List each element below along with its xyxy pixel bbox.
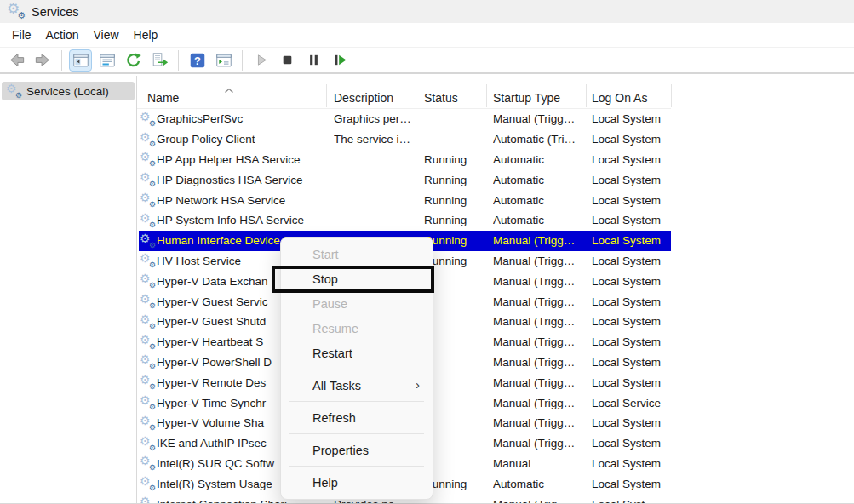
service-log-on-as: Local System [592,129,670,150]
pause-service-icon[interactable] [302,49,325,72]
stop-annotation-rectangle [272,266,434,293]
table-row[interactable]: Hyper-V Data Exchan Manual (Trigg… Local… [137,271,854,291]
column-divider[interactable] [486,84,487,107]
service-gear-icon [140,494,156,503]
service-description [334,190,419,210]
column-header-log-on-as[interactable]: Log On As [592,82,647,108]
services-list-pane: Name Description Status Startup Type Log… [137,76,854,503]
table-row[interactable]: Hyper-V Volume Sha Manual (Trigg… Local … [137,413,854,433]
back-icon[interactable] [5,49,28,72]
services-window: Services File Action View Help [0,0,854,504]
table-row[interactable]: HP App Helper HSA Service Running Automa… [137,150,854,170]
stop-service-icon[interactable] [276,49,299,72]
menu-item-resume: Resume [281,316,433,341]
service-startup-type: Manual (Trigg… [493,291,584,312]
service-status: Running [424,231,488,251]
toolbar-separator [61,50,62,71]
service-gear-icon [140,454,156,474]
table-row[interactable]: GraphicsPerfSvc Graphics per… Manual (Tr… [137,109,854,129]
service-status: Running [424,473,488,494]
menu-item-restart[interactable]: Restart [281,341,433,365]
service-log-on-as: Local System [592,413,670,433]
service-gear-icon [140,150,156,170]
column-header-name[interactable]: Name [147,82,179,108]
menu-item-help[interactable]: Help [281,470,433,495]
service-log-on-as: Local System [592,231,670,251]
service-startup-type: Manual (Trigg… [493,109,584,129]
console-tree-pane: Services (Local) [0,76,137,503]
submenu-chevron-icon: › [416,377,420,392]
service-log-on-as: Local System [592,251,670,272]
show-console-tree-icon[interactable] [69,49,92,72]
context-menu: StartStopPauseResumeRestartAll Tasks›Ref… [280,237,433,500]
menu-item-properties[interactable]: Properties [281,438,433,462]
window-title: Services [32,5,79,19]
table-row[interactable]: Hyper-V Guest Shutd Manual (Trigg… Local… [137,312,854,332]
help-icon[interactable]: ? [186,49,209,72]
start-service-icon[interactable] [249,49,272,72]
table-row[interactable]: Hyper-V PowerShell D Manual (Trigg… Loca… [137,352,854,373]
table-row[interactable]: Hyper-V Remote Des Manual (Trigg… Local … [137,372,854,392]
service-log-on-as: Local System [592,473,670,494]
table-row[interactable]: Intel(R) System Usage Running Automatic … [137,473,854,494]
menu-item-refresh[interactable]: Refresh [281,405,433,430]
column-divider[interactable] [671,84,672,107]
column-divider[interactable] [586,84,587,107]
menu-separator [289,433,424,434]
svg-text:?: ? [194,54,201,66]
column-divider[interactable] [416,84,416,107]
service-description [334,210,419,231]
service-gear-icon [140,413,156,433]
menu-separator [289,369,424,369]
table-row[interactable]: Hyper-V Guest Servic Manual (Trigg… Loca… [137,291,854,312]
export-list-icon[interactable] [148,49,171,72]
service-name: HP App Helper HSA Service [157,150,325,170]
menu-item-all-tasks[interactable]: All Tasks› [281,373,433,398]
column-header-description[interactable]: Description [334,82,393,108]
menu-action[interactable]: Action [46,28,79,42]
service-rows: GraphicsPerfSvc Graphics per… Manual (Tr… [137,109,854,503]
table-row[interactable]: HP Network HSA Service Running Automatic… [137,190,854,210]
service-log-on-as: Local System [592,271,670,291]
sidebar-item-services-local[interactable]: Services (Local) [2,82,135,100]
properties-icon[interactable] [95,49,118,72]
table-row[interactable]: Group Policy Client The service i… Autom… [137,129,854,150]
table-row[interactable]: HP Diagnostics HSA Service Running Autom… [137,169,854,190]
restart-service-icon[interactable] [329,49,352,72]
menu-item-stop[interactable]: Stop [281,266,433,291]
sort-ascending-icon [224,83,234,96]
table-row[interactable]: IKE and AuthIP IPsec Manual (Trigg… Loca… [137,433,854,454]
service-name: HP Diagnostics HSA Service [157,169,325,190]
refresh-icon[interactable] [122,49,145,72]
column-header-status[interactable]: Status [424,82,458,108]
service-gear-icon [140,129,156,150]
table-row[interactable]: Intel(R) SUR QC Softw Manual Local Syste… [137,454,854,474]
column-header-startup-type[interactable]: Startup Type [493,82,560,108]
menu-separator [289,466,424,467]
service-description [334,150,419,170]
service-startup-type: Automatic [493,169,584,190]
table-row[interactable]: Internet Connection Shari Provides ne… M… [137,494,854,503]
service-description: Graphics per… [334,109,419,129]
service-startup-type: Automatic [493,150,584,170]
column-divider[interactable] [326,84,327,107]
service-status [424,312,488,332]
show-action-pane-icon[interactable] [212,49,235,72]
service-gear-icon [140,332,156,352]
menu-view[interactable]: View [93,28,118,42]
table-row[interactable]: Human Interface Device Serv… Activates a… [137,231,854,251]
forward-icon[interactable] [32,49,54,72]
menu-file[interactable]: File [12,28,32,42]
menu-help[interactable]: Help [134,28,158,42]
service-log-on-as: Local Syst… [592,494,670,503]
table-row[interactable]: Hyper-V Heartbeat S Manual (Trigg… Local… [137,332,854,352]
service-name: HP Network HSA Service [157,190,325,210]
table-row[interactable]: HP System Info HSA Service Running Autom… [137,210,854,231]
menu-item-label: All Tasks [312,379,361,392]
service-log-on-as: Local System [592,454,670,474]
menu-item-label: Pause [312,297,347,311]
services-gear-icon [8,3,24,20]
menu-item-label: Resume [312,322,358,335]
table-row[interactable]: HV Host Service Running Manual (Trigg… L… [137,251,854,272]
table-row[interactable]: Hyper-V Time Synchr Manual (Trigg… Local… [137,392,854,413]
